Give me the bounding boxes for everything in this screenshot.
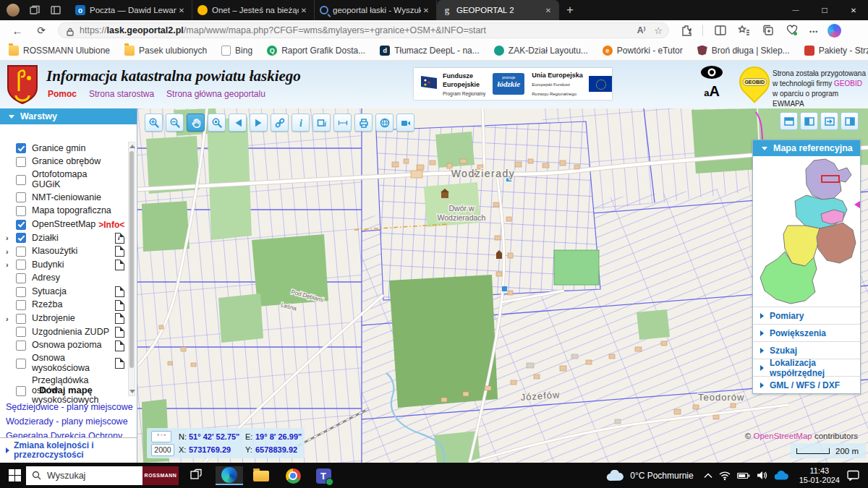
layer-label[interactable]: Osnowa wysokościowa (32, 352, 112, 374)
wifi-icon[interactable] (719, 471, 731, 481)
zoom-window-button[interactable] (208, 114, 226, 132)
layer-legend-icon[interactable] (115, 246, 124, 257)
tray-chevron-icon[interactable] (704, 473, 712, 479)
weather-icon[interactable] (606, 470, 624, 481)
layer-checkbox[interactable] (16, 220, 26, 230)
link-button[interactable] (271, 114, 289, 132)
tab-close-icon[interactable] (299, 7, 309, 14)
pan-hand-button[interactable] (187, 114, 205, 132)
zoom-out-button[interactable] (166, 114, 184, 132)
layer-label[interactable]: Ortofotomapa GUGiK (32, 168, 112, 191)
bookmark-item[interactable]: e Powtórki - eTutor (603, 46, 683, 56)
info-button[interactable]: i (292, 114, 310, 132)
browser-tab[interactable]: Onet – Jesteś na bieżąco (192, 0, 315, 20)
browser-tab[interactable]: GEOPORTAL 2 (437, 0, 559, 20)
select-info-button[interactable]: i (312, 114, 331, 132)
bookmark-item[interactable]: Pasek ulubionych (124, 46, 207, 56)
layer-checkbox[interactable] (16, 157, 26, 167)
zoom-in-button[interactable] (145, 114, 163, 132)
layer-label[interactable]: NMT-cieniowanie (32, 192, 112, 205)
layer-legend-icon[interactable] (115, 300, 124, 311)
scale-input[interactable]: 2000 (151, 444, 174, 456)
layer-legend-icon[interactable] (115, 327, 124, 338)
layer-checkbox[interactable] (16, 273, 26, 283)
view-forward-button[interactable] (250, 114, 268, 132)
layer-checkbox[interactable] (16, 300, 26, 310)
reference-minimap[interactable] (753, 156, 860, 307)
layer-legend-icon[interactable] (115, 341, 124, 351)
layer-checkbox[interactable] (16, 206, 26, 216)
panel-menu-item[interactable]: Powiększenia (753, 324, 860, 341)
taskbar-teams-icon[interactable]: T (310, 466, 337, 485)
tab-actions-icon[interactable] (50, 4, 61, 16)
reference-map-header[interactable]: Mapa referencyjna (753, 140, 860, 156)
layer-expand-icon[interactable] (6, 234, 16, 242)
favorite-star-icon[interactable] (654, 25, 663, 36)
print-button[interactable] (354, 114, 373, 132)
bookmark-item[interactable]: Q Raport Grafik Dosta... (267, 46, 365, 56)
notification-icon[interactable] (847, 470, 859, 481)
tab-close-icon[interactable] (421, 7, 431, 14)
map-canvas[interactable]: Wodzierady Dwór w Wodzieradach Józefów T… (137, 108, 868, 463)
rossmann-search-highlight[interactable]: ROSSMANN (142, 466, 179, 485)
layer-expand-icon[interactable] (6, 260, 16, 269)
font-size-control[interactable]: aA (696, 83, 728, 100)
bookmarks-overflow-icon[interactable] (857, 45, 861, 56)
panel-menu-item[interactable]: Pomiary (753, 307, 860, 324)
weather-text[interactable]: 0°C Pochmurnie (630, 471, 694, 481)
layer-label[interactable]: Rzeźba (32, 299, 112, 312)
layer-label[interactable]: Granice obrębów (32, 155, 112, 168)
layer-checkbox[interactable] (16, 314, 26, 324)
bookmark-item[interactable]: ROSSMANN Ulubione (9, 46, 110, 56)
geobid-link[interactable]: GEOBID (834, 80, 862, 87)
layer-legend-icon[interactable] (115, 313, 124, 324)
browser-tab[interactable]: Poczta — Dawid Lewandowski — (70, 0, 192, 20)
panel-menu-item[interactable]: GML / WFS / DXF (753, 376, 860, 393)
layer-checkbox[interactable] (16, 247, 26, 257)
view-back-button[interactable] (229, 114, 247, 132)
layer-label[interactable]: Mapa topograficzna (32, 205, 112, 218)
layer-label[interactable]: Adresy (32, 272, 112, 285)
refresh-button[interactable] (35, 24, 48, 37)
new-tab-button[interactable] (566, 3, 574, 17)
bookmark-item[interactable]: Bing (221, 46, 252, 56)
taskbar-clock[interactable]: 11:4315-01-2024 (799, 466, 840, 485)
bookmark-item[interactable]: Broń długa | Sklep... (697, 46, 790, 56)
bookmark-item[interactable]: ZAK-Dział Layoutu... (494, 46, 588, 56)
panel-top-button[interactable] (780, 112, 798, 130)
start-button[interactable] (9, 469, 21, 484)
taskbar-edge-icon[interactable] (216, 466, 243, 485)
tab-close-icon[interactable] (543, 7, 553, 14)
layer-label[interactable]: Osnowa pozioma (32, 339, 112, 352)
panel-menu-item[interactable]: Lokalizacja współrzędnej (753, 359, 860, 376)
battery-icon[interactable] (737, 472, 750, 479)
link-pomoc[interactable]: Pomoc (48, 89, 77, 99)
scroll-up-icon[interactable] (129, 145, 135, 148)
layer-label[interactable]: Klasoużytki (32, 245, 112, 258)
address-bar[interactable]: https://lask.geoportal2.pl/map/www/mapa.… (58, 22, 669, 38)
layer-label[interactable]: Uzgodnienia ZUDP (32, 326, 112, 339)
panel-collapse-arrow[interactable] (854, 201, 860, 208)
measure-button[interactable] (333, 114, 352, 132)
workspaces-icon[interactable] (29, 4, 41, 16)
copilot-icon[interactable] (827, 24, 841, 38)
panel-expand-button[interactable] (820, 112, 838, 130)
panel-menu-item[interactable]: Szukaj (753, 341, 860, 359)
layer-checkbox[interactable] (16, 359, 26, 369)
layer-legend-icon[interactable] (115, 286, 124, 297)
layer-checkbox[interactable] (16, 233, 26, 243)
close-button[interactable] (839, 0, 868, 20)
collections-icon[interactable] (762, 24, 775, 37)
browser-essentials-icon[interactable] (786, 24, 799, 37)
layer-checkbox[interactable] (16, 341, 26, 351)
layer-checkbox[interactable] (16, 192, 26, 202)
url-text[interactable]: https://lask.geoportal2.pl/map/www/mapa.… (80, 25, 637, 35)
tab-close-icon[interactable] (176, 7, 187, 14)
osm-link[interactable]: OpenStreetMap (754, 432, 812, 440)
favorites-icon[interactable] (738, 24, 751, 37)
layer-expand-icon[interactable] (6, 247, 16, 256)
extensions-icon[interactable] (680, 24, 693, 37)
layer-checkbox[interactable] (16, 327, 26, 337)
layer-label[interactable]: Sytuacja (32, 286, 112, 299)
taskbar-search[interactable]: Wyszukaj ROSSMANN (26, 466, 179, 485)
